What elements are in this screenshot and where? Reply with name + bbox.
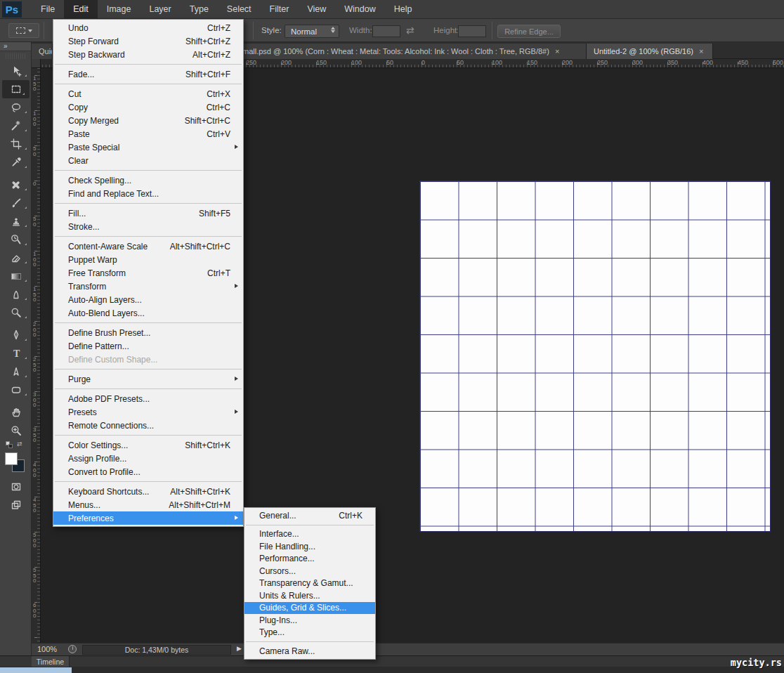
menu-item[interactable]: Check Spelling... xyxy=(53,174,243,187)
eraser-tool[interactable] xyxy=(0,249,32,267)
menu-item[interactable]: Cut Ctrl+X xyxy=(53,87,243,100)
type-tool[interactable]: T xyxy=(0,344,32,362)
menu-item[interactable]: Puppet Warp xyxy=(53,253,243,266)
lasso-tool[interactable] xyxy=(0,98,32,117)
menu-item[interactable]: Define Brush Preset... xyxy=(53,326,243,339)
swap-colors-icon[interactable]: ⇄ xyxy=(17,440,22,447)
menu-item[interactable]: Units & Rulers... xyxy=(244,589,375,602)
rectangular-marquee-tool[interactable] xyxy=(2,80,30,98)
menu-item[interactable] xyxy=(55,435,242,436)
menu-item[interactable]: Copy Merged Shift+Ctrl+C xyxy=(53,114,243,127)
menu-item[interactable]: Find and Replace Text... xyxy=(53,187,243,200)
menu-item[interactable]: Transparency & Gamut... xyxy=(244,577,375,590)
menu-item[interactable]: Stroke... xyxy=(53,220,243,233)
close-icon[interactable]: × xyxy=(693,47,708,55)
menubar-item[interactable]: Edit xyxy=(64,0,98,18)
menu-item[interactable]: Define Custom Shape... xyxy=(53,353,243,366)
menu-item[interactable]: Content-Aware Scale Alt+Shift+Ctrl+C xyxy=(53,240,243,253)
menu-item[interactable]: Copy Ctrl+C xyxy=(53,100,243,114)
document-tab-mall[interactable]: mall.psd @ 100% (Corn : Wheat : Metal: T… xyxy=(235,44,587,59)
menu-item[interactable] xyxy=(55,388,242,389)
style-dropdown[interactable]: Normal xyxy=(285,25,339,38)
path-selection-tool[interactable] xyxy=(0,362,32,381)
document-canvas[interactable] xyxy=(419,181,771,532)
history-brush-tool[interactable] xyxy=(0,230,32,249)
tool-preset-picker[interactable] xyxy=(8,23,39,38)
clone-stamp-tool[interactable] xyxy=(0,212,32,230)
quick-mask-button[interactable] xyxy=(0,478,32,496)
menu-item[interactable]: Auto-Align Layers... xyxy=(53,293,243,306)
hand-tool[interactable] xyxy=(0,403,32,422)
gradient-tool[interactable] xyxy=(0,267,32,285)
menu-item[interactable]: Auto-Blend Layers... xyxy=(53,306,243,320)
menu-item[interactable] xyxy=(246,525,374,525)
menubar-item[interactable]: Type xyxy=(181,0,218,18)
tab-timeline[interactable]: Timeline xyxy=(32,656,70,667)
menu-item[interactable]: Paste Ctrl+V xyxy=(53,127,243,141)
menu-item[interactable]: Color Settings... Shift+Ctrl+K xyxy=(53,438,243,452)
menu-item[interactable] xyxy=(55,170,242,171)
menu-item[interactable]: File Handling... xyxy=(244,540,375,553)
menu-item[interactable]: Type... xyxy=(244,627,375,639)
menu-item[interactable]: Purge xyxy=(53,372,243,386)
menubar-item[interactable]: Filter xyxy=(261,0,299,18)
menu-item[interactable]: Adobe PDF Presets... xyxy=(53,392,243,405)
status-expand-icon[interactable]: ▶ xyxy=(237,645,242,652)
menu-item[interactable] xyxy=(55,322,242,323)
menu-item[interactable] xyxy=(55,481,242,482)
menu-item[interactable]: Undo Ctrl+Z xyxy=(53,21,243,34)
menu-item[interactable]: Keyboard Shortcuts... Alt+Shift+Ctrl+K xyxy=(53,485,243,498)
document-size-info[interactable]: Doc: 1,43M/0 bytes xyxy=(82,645,231,655)
collapse-panel-icon[interactable]: » xyxy=(0,42,31,51)
menu-item[interactable]: Step Backward Alt+Ctrl+Z xyxy=(53,48,243,61)
menu-item[interactable]: Assign Profile... xyxy=(53,452,243,465)
menu-item[interactable]: Clear xyxy=(53,154,243,167)
close-icon[interactable]: × xyxy=(549,47,564,55)
menu-item[interactable]: Camera Raw... xyxy=(244,645,375,658)
smudge-tool[interactable] xyxy=(0,285,32,303)
menu-item[interactable]: Remote Connections... xyxy=(53,419,243,432)
zoom-level[interactable]: 100% xyxy=(37,645,57,653)
menu-item[interactable]: Plug-Ins... xyxy=(244,614,375,627)
timeline-track-fragment[interactable] xyxy=(0,667,72,673)
menubar-item[interactable]: Layer xyxy=(140,0,180,18)
refine-edge-button[interactable]: Refine Edge... xyxy=(497,25,561,38)
menubar-item[interactable]: Image xyxy=(98,0,141,18)
brush-tool[interactable] xyxy=(0,194,32,212)
menubar-item[interactable]: Window xyxy=(335,0,384,18)
menu-item[interactable] xyxy=(55,203,242,204)
move-tool[interactable] xyxy=(0,62,32,80)
panel-grip[interactable] xyxy=(6,53,25,59)
default-colors-control[interactable]: ⇄ xyxy=(0,440,32,450)
pen-tool[interactable] xyxy=(0,326,32,344)
menu-item[interactable]: Menus... Alt+Shift+Ctrl+M xyxy=(53,498,243,511)
vertical-ruler[interactable]: 1501005005010015020025030035040045050055… xyxy=(32,68,41,643)
spot-healing-brush-tool[interactable] xyxy=(0,176,32,194)
menu-item[interactable] xyxy=(55,369,242,370)
menubar-item[interactable]: Help xyxy=(385,0,422,18)
menu-item[interactable]: Interface... xyxy=(244,528,375,541)
menu-item[interactable] xyxy=(55,236,242,237)
menu-item[interactable]: Convert to Profile... xyxy=(53,465,243,478)
crop-tool[interactable] xyxy=(0,135,32,153)
document-tab-untitled2[interactable]: Untitled-2 @ 100% (RGB/16) × xyxy=(587,44,713,59)
menubar-item[interactable]: File xyxy=(32,0,64,18)
document-tab-clipped[interactable]: Quic xyxy=(32,44,53,59)
menu-item[interactable] xyxy=(246,641,374,642)
menu-item[interactable]: Fade... Shift+Ctrl+F xyxy=(53,67,243,81)
menu-item[interactable]: Define Pattern... xyxy=(53,339,243,353)
menu-item[interactable]: Cursors... xyxy=(244,565,375,577)
menubar-item[interactable]: View xyxy=(298,0,335,18)
width-input[interactable] xyxy=(372,25,400,37)
foreground-color-swatch[interactable] xyxy=(5,452,18,465)
menu-item[interactable] xyxy=(55,64,242,65)
menu-item[interactable]: Step Forward Shift+Ctrl+Z xyxy=(53,34,243,48)
menu-item[interactable]: Presets xyxy=(53,405,243,419)
menu-item[interactable]: Transform xyxy=(53,280,243,293)
menu-item[interactable]: Fill... Shift+F5 xyxy=(53,207,243,220)
magic-wand-tool[interactable] xyxy=(0,117,32,135)
dodge-tool[interactable] xyxy=(0,303,32,322)
zoom-tool[interactable] xyxy=(0,422,32,440)
menu-item[interactable]: General... Ctrl+K xyxy=(244,509,375,522)
menu-item[interactable]: Guides, Grid & Slices... xyxy=(244,602,375,615)
